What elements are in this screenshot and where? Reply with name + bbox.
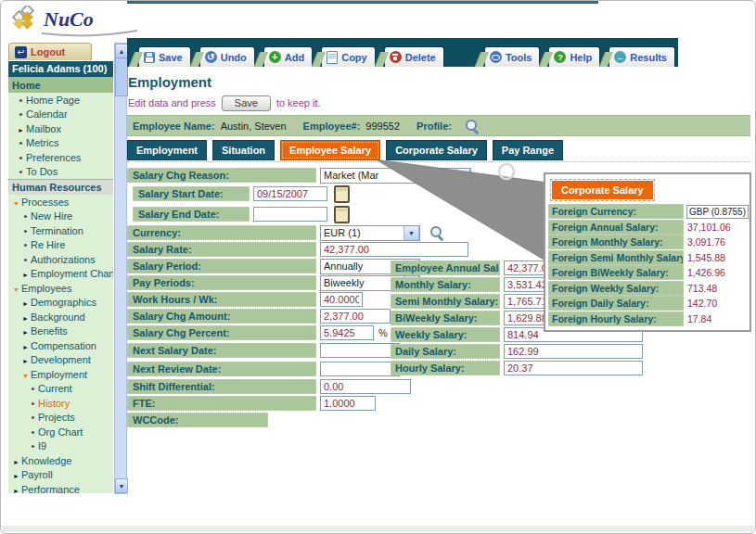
sidebar-item-background[interactable]: Background (8, 310, 113, 324)
sidebar-scrollbar[interactable]: ▲ ▼ (114, 43, 127, 494)
foreign-weekly-salary-value: 713.48 (687, 283, 717, 294)
shift-differential-label: Shift Differential: (127, 379, 316, 394)
sidebar-item-employment-change[interactable]: Employment Change (8, 267, 113, 282)
add-button[interactable]: Add (263, 46, 313, 67)
tab-employment[interactable]: Employment (127, 140, 207, 160)
shift-differential-input[interactable] (320, 379, 411, 394)
sidebar-item-payroll[interactable]: Payroll (8, 468, 113, 483)
hourly-salary-value[interactable] (504, 361, 643, 375)
save-button[interactable]: Save (138, 46, 191, 67)
scroll-up-button[interactable]: ▲ (115, 44, 128, 58)
collapsed-arrow-icon (20, 340, 31, 351)
bullet-icon (20, 254, 31, 265)
tab-situation[interactable]: Situation (212, 140, 275, 160)
tools-button[interactable]: Tools (484, 46, 541, 67)
calendar-icon[interactable] (334, 206, 350, 223)
sidebar-item-to-dos[interactable]: To Dos (8, 165, 113, 180)
salary-chg-percent-input[interactable] (320, 325, 374, 340)
salary-chg-reason-label: Salary Chg Reason: (127, 168, 316, 183)
sidebar-item-re-hire[interactable]: Re Hire (8, 238, 113, 253)
sidebar-item-performance[interactable]: Performance (8, 482, 113, 493)
salary-start-date-input[interactable] (253, 186, 327, 201)
edit-hint: Edit data and press Save to keep it. (128, 94, 321, 112)
sidebar-item-i9[interactable]: I9 (8, 439, 113, 454)
foreign-weekly-salary-label: Foreign Weekly Salary: (548, 281, 684, 296)
popup-row: Foreign Semi Monthly Salary:1,545.88 (548, 251, 747, 265)
sidebar-item-development[interactable]: Development (8, 353, 113, 368)
tab-employee-salary[interactable]: Employee Salary (280, 140, 380, 160)
collapsed-arrow-icon (20, 325, 31, 337)
sidebar-item-benefits[interactable]: Benefits (8, 324, 113, 339)
undo-button[interactable]: Undo (199, 46, 255, 67)
foreign-annual-salary-value: 37,101.06 (687, 222, 731, 233)
currency-search-icon[interactable] (429, 225, 444, 240)
next-salary-date-label: Next Salary Date: (127, 343, 316, 358)
help-button[interactable]: Help (548, 46, 600, 67)
salary-rate-input[interactable] (320, 242, 468, 257)
popup-row: Foreign Currency: GBP (0.8755) (548, 205, 747, 219)
sidebar-section-home[interactable]: Home (8, 77, 113, 93)
sidebar-item-termination[interactable]: Termination (8, 223, 113, 238)
popup-row: Foreign Monthly Salary:3,091.76 (548, 235, 747, 249)
sidebar-section-human-resources[interactable]: Human Resources (8, 179, 113, 195)
delete-button[interactable]: Delete (384, 46, 444, 67)
sidebar-item-new-hire[interactable]: New Hire (8, 210, 113, 224)
sidebar-item-home-page[interactable]: Home Page (8, 93, 113, 108)
sidebar-item-compensation[interactable]: Compensation (8, 338, 113, 353)
sidebar-menu: Home Home Page Calendar Mailbox Metrics … (8, 77, 113, 493)
copy-button[interactable]: Copy (321, 46, 376, 67)
daily-salary-value[interactable] (504, 344, 643, 359)
currency-select[interactable]: EUR (1) ▼ (320, 225, 420, 241)
sidebar-item-knowledge[interactable]: Knowledge (8, 453, 113, 468)
sidebar-item-history[interactable]: History (8, 396, 113, 411)
sidebar-item-current[interactable]: Current (8, 382, 113, 397)
chevron-down-icon[interactable]: ▼ (455, 168, 470, 184)
bullet-icon (16, 108, 26, 120)
foreign-annual-salary-label: Foreign Annual Salary: (548, 220, 684, 235)
sidebar-item-projects[interactable]: Projects (8, 411, 113, 426)
sidebar-item-employees[interactable]: Employees (8, 281, 113, 296)
fte-label: FTE: (127, 396, 316, 411)
tab-pay-range[interactable]: Pay Range (493, 140, 563, 160)
bullet-icon (16, 137, 26, 148)
salary-end-date-input[interactable] (253, 207, 327, 222)
profile-search-icon[interactable] (465, 119, 480, 134)
next-review-date-input[interactable] (320, 362, 400, 376)
salary-chg-amount-input[interactable] (320, 309, 391, 324)
employee-name-value: Austin, Steven (221, 121, 287, 132)
work-hours-input[interactable] (320, 292, 363, 307)
next-salary-date-input[interactable] (320, 343, 400, 358)
sidebar-item-preferences[interactable]: Preferences (8, 150, 113, 165)
hourly-salary-label: Hourly Salary: (391, 361, 500, 375)
sidebar-item-org-chart[interactable]: Org Chart (8, 425, 113, 439)
popup-title-tab[interactable]: Corporate Salary (552, 181, 653, 199)
calendar-icon[interactable] (334, 185, 350, 203)
sidebar-item-metrics[interactable]: Metrics (8, 136, 113, 151)
scrollbar-thumb[interactable] (115, 57, 128, 96)
results-button[interactable]: Results (609, 46, 675, 67)
profile-label: Profile: (416, 121, 452, 132)
tab-corporate-salary[interactable]: Corporate Salary (386, 140, 487, 160)
hint-suffix: to keep it. (276, 97, 321, 108)
popup-row: Foreign Weekly Salary:713.48 (548, 282, 747, 296)
copy-icon (327, 51, 338, 64)
foreign-currency-select[interactable]: GBP (0.8755) (686, 205, 749, 219)
sidebar-item-mailbox[interactable]: Mailbox (8, 121, 113, 136)
scroll-down-button[interactable]: ▼ (115, 478, 128, 493)
sidebar-item-processes[interactable]: Processes (8, 195, 113, 210)
salary-chg-reason-select[interactable]: Market (Mar ▼ (320, 168, 471, 184)
salary-period-label: Salary Period: (127, 259, 316, 273)
chevron-down-icon[interactable]: ▼ (404, 225, 419, 241)
sidebar-item-employment[interactable]: Employment (8, 367, 113, 382)
logout-icon (15, 46, 27, 58)
inline-save-button[interactable]: Save (222, 95, 271, 111)
sidebar-item-calendar[interactable]: Calendar (8, 108, 113, 122)
popup-row: Foreign Daily Salary:142.70 (548, 297, 747, 311)
tools-icon (490, 51, 502, 63)
sidebar-item-demographics[interactable]: Demographics (8, 296, 113, 311)
fte-input[interactable] (320, 396, 376, 411)
foreign-semi-monthly-salary-value: 1,545.88 (687, 252, 725, 263)
logout-button[interactable]: Logout (8, 43, 92, 60)
bullet-icon (28, 412, 38, 423)
sidebar-item-authorizations[interactable]: Authorizations (8, 252, 113, 267)
